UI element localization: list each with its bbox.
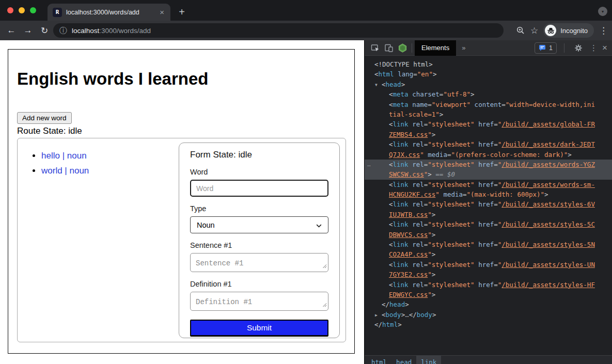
- code-token: =: [494, 220, 498, 228]
- devtools-code-line[interactable]: <link rel="stylesheet" href="/build/_ass…: [365, 280, 612, 290]
- url-bar[interactable]: ⓘ localhost:3000/words/add: [53, 23, 504, 38]
- code-token: ZEMBS4.css: [389, 131, 428, 138]
- add-new-word-button[interactable]: Add new word: [17, 112, 72, 124]
- devtools-code-line[interactable]: <link rel="stylesheet" href="/build/_ass…: [365, 240, 612, 249]
- devtools-code-line[interactable]: <link rel="stylesheet" href="/build/_ass…: [365, 219, 612, 229]
- expand-arrow-icon[interactable]: ▼: [375, 80, 378, 89]
- code-token: ": [428, 291, 432, 298]
- nodejs-icon[interactable]: [396, 40, 409, 56]
- tab-elements[interactable]: Elements: [415, 40, 456, 56]
- toolbar-right: ☆ Incognito ⋮: [516, 21, 608, 40]
- settings-gear-icon[interactable]: [572, 40, 585, 56]
- browser-tab[interactable]: R localhost:3000/words/add ×: [48, 4, 170, 21]
- code-token: href: [478, 181, 494, 188]
- submit-button[interactable]: Submit: [190, 320, 328, 337]
- devtools-code-line[interactable]: tial-scale=1">: [365, 109, 612, 119]
- devtools-code-line[interactable]: <link rel="stylesheet" href="/build/_ass…: [365, 180, 612, 189]
- devtools-code-line[interactable]: </html>: [365, 320, 612, 329]
- device-toolbar-icon[interactable]: [382, 40, 396, 56]
- zoom-icon[interactable]: [516, 26, 525, 35]
- code-token: /build/_assets/styles-UN: [501, 261, 595, 268]
- devtools-code-line[interactable]: …<link rel="stylesheet" href="/build/_as…: [365, 160, 612, 169]
- devtools-menu-icon[interactable]: ⋮: [590, 43, 598, 53]
- sentence-textarea[interactable]: Sentence #1: [190, 253, 328, 272]
- code-token: >: [398, 321, 402, 328]
- page-info-icon[interactable]: ⓘ: [59, 26, 67, 36]
- code-token: /build/_assets/global-FR: [501, 120, 595, 128]
- tab-close-icon[interactable]: ×: [159, 8, 165, 17]
- devtools-code-line[interactable]: CO2A4P.css">: [365, 249, 612, 259]
- code-token: >: [432, 231, 436, 239]
- minimize-window-button[interactable]: [19, 7, 25, 13]
- devtools-code-line[interactable]: <meta name="viewport" content="width=dev…: [365, 100, 612, 109]
- code-token: IUJWTB.css: [389, 211, 428, 218]
- code-token: charset: [412, 90, 440, 98]
- resize-grip-icon[interactable]: [322, 300, 327, 309]
- incognito-icon: [545, 25, 556, 36]
- devtools-code-line[interactable]: <html lang="en">: [365, 69, 612, 79]
- code-token: <: [389, 220, 393, 228]
- more-tabs-icon[interactable]: »: [462, 44, 465, 52]
- devtools-code-line[interactable]: 7GY3E2.css">: [365, 270, 612, 279]
- code-token: link: [393, 120, 409, 128]
- devtools-code-line[interactable]: IUJWTB.css">: [365, 210, 612, 219]
- collapse-arrow-icon[interactable]: ▶: [375, 310, 378, 320]
- code-token: <: [374, 70, 379, 78]
- devtools-code-line[interactable]: <link rel="stylesheet" href="/build/_ass…: [365, 139, 612, 149]
- code-token: "stylesheet": [428, 120, 474, 128]
- maximize-window-button[interactable]: [30, 7, 36, 13]
- devtools-code-line[interactable]: ▶<body>…</body>: [365, 310, 612, 320]
- devtools-code-line[interactable]: <!DOCTYPE html>: [365, 59, 612, 69]
- forward-button[interactable]: →: [21, 25, 35, 36]
- devtools-code-line[interactable]: </head>: [365, 299, 612, 309]
- devtools-code-line[interactable]: EDWGYC.css">: [365, 290, 612, 299]
- devtools-code-line[interactable]: <link rel="stylesheet" href="/build/_ass…: [365, 119, 612, 129]
- inspect-element-icon[interactable]: [369, 40, 382, 56]
- code-token: >: [432, 291, 436, 298]
- reload-button[interactable]: ↻: [37, 25, 52, 36]
- code-token: content: [475, 101, 502, 108]
- breadcrumb-item-head[interactable]: head: [391, 356, 416, 364]
- devtools-code-line[interactable]: <link rel="stylesheet" href="/build/_ass…: [365, 260, 612, 270]
- devtools-code-line[interactable]: ▼<head>: [365, 80, 612, 89]
- devtools-code-line[interactable]: DBWVCS.css">: [365, 230, 612, 240]
- word-link[interactable]: hello | noun: [41, 151, 87, 161]
- devtools-close-icon[interactable]: ×: [602, 43, 607, 53]
- code-token: name: [412, 101, 428, 108]
- browser-menu-icon[interactable]: ⋮: [599, 25, 608, 36]
- devtools-code-line[interactable]: SWCSW.css"> == $0: [365, 169, 612, 179]
- breadcrumb-item-link[interactable]: link: [416, 356, 441, 364]
- traffic-lights: [7, 7, 36, 13]
- issues-counter[interactable]: 1: [535, 42, 557, 54]
- devtools-code-line[interactable]: <link rel="stylesheet" href="/build/_ass…: [365, 199, 612, 209]
- code-token: ==: [432, 170, 447, 178]
- code-token: CO2A4P.css: [389, 250, 428, 258]
- tab-search-button[interactable]: ▾: [598, 7, 607, 16]
- type-select[interactable]: Noun: [190, 216, 328, 233]
- devtools-code-line[interactable]: Q7JX.css" media="(prefers-color-scheme: …: [365, 150, 612, 160]
- devtools-code-line[interactable]: ZEMBS4.css">: [365, 130, 612, 139]
- code-token: [475, 140, 479, 148]
- browser-window: R localhost:3000/words/add × + ▾ ← → ↻ ⓘ…: [0, 0, 612, 364]
- code-token: /build/_assets/styles-5N: [501, 241, 595, 248]
- code-token: $0: [447, 170, 455, 178]
- type-label: Type: [190, 204, 328, 213]
- bookmark-star-icon[interactable]: ☆: [530, 25, 538, 36]
- definition-textarea[interactable]: Definition #1: [190, 292, 328, 311]
- resize-grip-icon[interactable]: [322, 261, 327, 271]
- devtools-code-line[interactable]: <meta charset="utf-8">: [365, 89, 612, 99]
- word-input[interactable]: [190, 180, 328, 197]
- close-window-button[interactable]: [7, 7, 13, 13]
- code-token: ": [420, 151, 424, 159]
- word-link[interactable]: world | noun: [41, 166, 89, 176]
- breadcrumb-item-html[interactable]: html: [367, 356, 391, 364]
- node-options-icon[interactable]: …: [367, 160, 371, 169]
- back-button[interactable]: ←: [4, 25, 19, 36]
- code-token: =: [413, 70, 417, 78]
- address-toolbar: ← → ↻ ⓘ localhost:3000/words/add ☆ Incog…: [0, 21, 612, 40]
- code-token: =: [428, 101, 432, 108]
- new-tab-button[interactable]: +: [175, 5, 189, 19]
- devtools-code-line[interactable]: HCNGU2KF.css" media="(max-width: 600px)"…: [365, 189, 612, 199]
- code-token: …: [405, 311, 409, 319]
- code-token: <: [382, 81, 386, 88]
